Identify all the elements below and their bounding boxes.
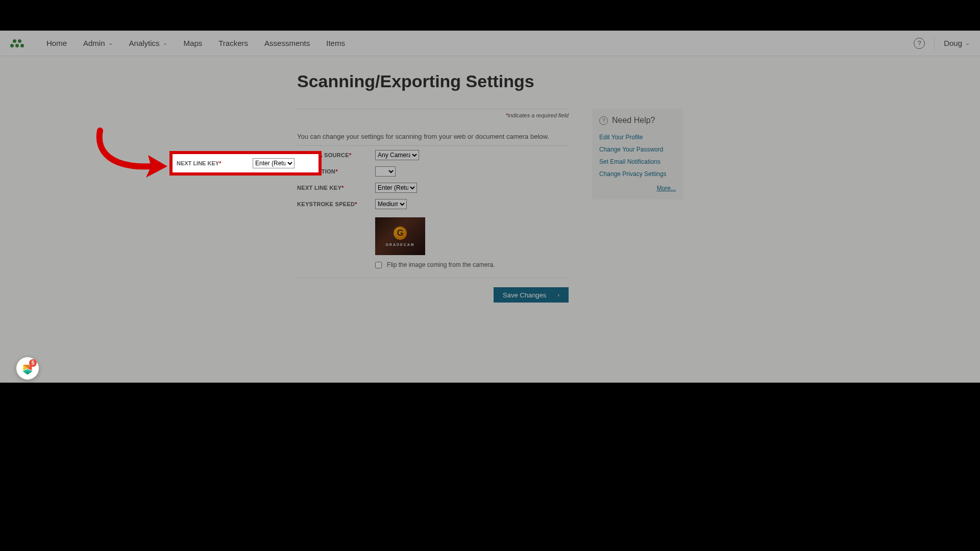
camera-preview-row: G GRADECAM: [297, 211, 569, 259]
nav-items[interactable]: Items: [318, 31, 353, 56]
settings-form: *indicates a required field You can chan…: [297, 109, 569, 303]
chevron-down-icon: ⌄: [108, 40, 113, 46]
flip-image-row: Flip the image coming from the camera.: [297, 259, 569, 278]
keystroke-speed-label: KEYSTROKE SPEED: [297, 201, 355, 207]
camera-preview: G GRADECAM: [375, 217, 425, 255]
field-keystroke-speed: KEYSTROKE SPEED* Medium: [297, 197, 569, 211]
nav-trackers[interactable]: Trackers: [210, 31, 256, 56]
nav-maps[interactable]: Maps: [176, 31, 211, 56]
chevron-down-icon: ⌄: [965, 40, 970, 46]
form-description: You can change your settings for scannin…: [297, 118, 569, 146]
annotation-highlight-fill: NEXT LINE KEY* Enter (Return): [173, 154, 318, 173]
save-changes-button[interactable]: Save Changes›: [494, 287, 569, 303]
letterbox-bottom: [0, 383, 980, 551]
widget-badge: 5: [29, 359, 37, 367]
page-content: Scanning/Exporting Settings *indicates a…: [118, 56, 862, 303]
help-icon[interactable]: ?: [914, 38, 925, 49]
user-menu[interactable]: Doug⌄: [944, 39, 970, 47]
next-line-key-label: NEXT LINE KEY: [297, 185, 341, 191]
floating-help-widget[interactable]: 5: [16, 357, 39, 380]
help-link-email-notifications[interactable]: Set Email Notifications: [599, 156, 676, 168]
next-line-key-select[interactable]: Enter (Return): [375, 183, 417, 193]
app-frame: Home Admin⌄ Analytics⌄ Maps Trackers Ass…: [0, 31, 980, 383]
field-resolution: RESOLUTION*: [297, 164, 569, 179]
nav-admin[interactable]: Admin⌄: [75, 31, 121, 56]
help-icon: ?: [599, 116, 608, 125]
brand-logo[interactable]: [10, 39, 24, 47]
gradecam-brand-text: GRADECAM: [385, 243, 414, 246]
chevron-right-icon: ›: [557, 292, 559, 298]
camera-source-select[interactable]: Any Camera: [375, 150, 419, 160]
nav-divider: [934, 37, 935, 50]
flip-image-checkbox[interactable]: [375, 262, 382, 268]
help-link-change-password[interactable]: Change Your Password: [599, 143, 676, 156]
help-link-privacy-settings[interactable]: Change Privacy Settings: [599, 168, 676, 180]
field-camera-source: CAMERA SOURCE* Any Camera: [297, 146, 569, 164]
help-panel: ? Need Help? Edit Your Profile Change Yo…: [592, 109, 683, 199]
required-field-note: *indicates a required field: [297, 109, 569, 118]
flip-image-label: Flip the image coming from the camera.: [387, 261, 495, 268]
help-link-edit-profile[interactable]: Edit Your Profile: [599, 131, 676, 143]
keystroke-speed-select[interactable]: Medium: [375, 199, 407, 209]
help-link-more[interactable]: More...: [599, 182, 676, 194]
help-panel-title: ? Need Help?: [599, 116, 676, 125]
resolution-select[interactable]: [375, 166, 396, 177]
chevron-down-icon: ⌄: [163, 40, 167, 46]
nav-analytics[interactable]: Analytics⌄: [121, 31, 176, 56]
page-title: Scanning/Exporting Settings: [297, 71, 862, 91]
field-next-line-key: NEXT LINE KEY* Enter (Return): [297, 179, 569, 197]
nav-home[interactable]: Home: [38, 31, 75, 56]
letterbox-top: [0, 0, 980, 31]
nav-assessments[interactable]: Assessments: [256, 31, 318, 56]
svg-marker-3: [22, 371, 33, 375]
gradecam-logo-icon: G: [394, 227, 407, 240]
top-nav: Home Admin⌄ Analytics⌄ Maps Trackers Ass…: [0, 31, 980, 56]
